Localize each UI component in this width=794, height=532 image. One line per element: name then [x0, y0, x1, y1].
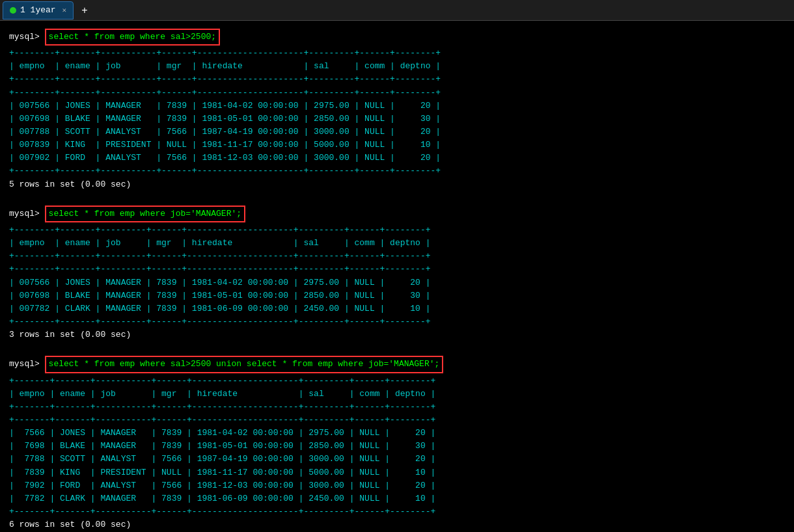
table3-header: | empno | ename | job | mgr | hiredate |… — [9, 388, 785, 401]
table3-row-4: | 7839 | KING | PRESIDENT | NULL | 1981-… — [9, 466, 785, 479]
tab-status-dot — [10, 7, 16, 14]
table1-header-border: +--------+-------+-----------+------+---… — [9, 73, 785, 86]
table2-row-1: | 007566 | JONES | MANAGER | 7839 | 1981… — [9, 276, 785, 289]
table1-row-3: | 007788 | SCOTT | ANALYST | 7566 | 1987… — [9, 126, 785, 139]
table3-row-3: | 7788 | SCOTT | ANALYST | 7566 | 1987-0… — [9, 453, 785, 466]
table1-header: | empno | ename | job | mgr | hiredate |… — [9, 60, 785, 73]
table2-header-border: +--------+-------+---------+------+-----… — [9, 250, 785, 263]
sql-query-1: select * from emp where sal>2500; — [49, 32, 216, 42]
table-1: +--------+-------+-----------+------+---… — [9, 47, 785, 191]
table3-row-6: | 7782 | CLARK | MANAGER | 7839 | 1981-0… — [9, 492, 785, 505]
table2-bottom-border: +--------+-------+---------+------+-----… — [9, 315, 785, 328]
table1-row-1: | 007566 | JONES | MANAGER | 7839 | 1981… — [9, 100, 785, 113]
query-block-2: mysql> select * from emp where job='MANA… — [9, 204, 785, 224]
table-2: +--------+-------+---------+------+-----… — [9, 224, 785, 341]
table3-top-border: +-------+-------+-----------+------+----… — [9, 375, 785, 388]
table1-top-border: +--------+-------+-----------+------+---… — [9, 47, 785, 60]
table-3: +-------+-------+-----------+------+----… — [9, 375, 785, 532]
table2-header: | empno | ename | job | mgr | hiredate |… — [9, 237, 785, 250]
result-2: 3 rows in set (0.00 sec) — [9, 328, 785, 341]
new-tab-button[interactable]: + — [77, 5, 91, 16]
result-3: 6 rows in set (0.00 sec) — [9, 518, 785, 531]
tab-label: 1 1year — [20, 5, 56, 15]
table1-row-5: | 007902 | FORD | ANALYST | 7566 | 1981-… — [9, 152, 785, 165]
table2-top-border: +--------+-------+---------+------+-----… — [9, 224, 785, 237]
tab-1year[interactable]: 1 1year ✕ — [3, 1, 74, 20]
table1-sep1: +--------+-------+-----------+------+---… — [9, 86, 785, 100]
query-block-3: mysql> select * from emp where sal>2500 … — [9, 354, 785, 374]
table1-row-4: | 007839 | KING | PRESIDENT | NULL | 198… — [9, 139, 785, 152]
table3-bottom-border: +-------+-------+-----------+------+----… — [9, 505, 785, 518]
table3-header-border: +-------+-------+-----------+------+----… — [9, 401, 785, 414]
query-2-line: mysql> select * from emp where job='MANA… — [9, 206, 785, 222]
table3-row-2: | 7698 | BLAKE | MANAGER | 7839 | 1981-0… — [9, 440, 785, 453]
tab-bar: 1 1year ✕ + — [0, 0, 794, 21]
table1-row-2: | 007698 | BLAKE | MANAGER | 7839 | 1981… — [9, 113, 785, 126]
query-3-line: mysql> select * from emp where sal>2500 … — [9, 356, 785, 373]
table3-row-1: | 7566 | JONES | MANAGER | 7839 | 1981-0… — [9, 427, 785, 440]
table2-row-3: | 007782 | CLARK | MANAGER | 7839 | 1981… — [9, 302, 785, 315]
terminal-window: mysql> select * from emp where sal>2500;… — [0, 21, 794, 532]
sql-query-3: select * from emp where sal>2500 union s… — [49, 359, 440, 369]
query-block-1: mysql> select * from emp where sal>2500; — [9, 27, 785, 47]
table2-row-2: | 007698 | BLAKE | MANAGER | 7839 | 1981… — [9, 289, 785, 302]
table2-sep1: +--------+-------+---------+------+-----… — [9, 263, 785, 276]
table1-bottom-border: +--------+-------+-----------+------+---… — [9, 165, 785, 178]
table3-row-5: | 7902 | FORD | ANALYST | 7566 | 1981-12… — [9, 479, 785, 492]
blank-2 — [9, 341, 785, 354]
result-1: 5 rows in set (0.00 sec) — [9, 178, 785, 191]
blank-1 — [9, 191, 785, 204]
query-1-line: mysql> select * from emp where sal>2500; — [9, 29, 785, 46]
table3-sep1: +-------+-------+-----------+------+----… — [9, 414, 785, 427]
sql-query-2: select * from emp where job='MANAGER'; — [49, 209, 241, 219]
tab-close-button[interactable]: ✕ — [62, 6, 67, 14]
